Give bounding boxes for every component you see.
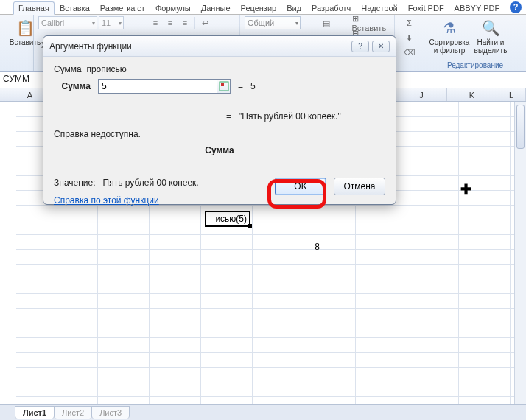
tab-foxit[interactable]: Foxit PDF [403, 1, 449, 15]
group-edit-label: Редактирование [429, 60, 522, 71]
col-J[interactable]: J [396, 88, 446, 101]
tab-home[interactable]: Главная [13, 1, 55, 15]
cell-cursor-icon: ✚ [460, 181, 471, 197]
tab-insert[interactable]: Вставка [55, 1, 95, 15]
dialog-titlebar[interactable]: Аргументы функции ? ✕ [43, 36, 396, 57]
help-icon[interactable]: ? [510, 1, 522, 13]
find-select-button[interactable]: 🔍 Найти и выделить [470, 16, 511, 57]
tab-dev[interactable]: Разработч [306, 1, 356, 15]
sheet-tab-1[interactable]: Лист1 [15, 406, 55, 419]
arg-input[interactable] [98, 79, 231, 94]
arg-evaluated: 5 [250, 81, 256, 91]
name-box[interactable]: СУММ [0, 72, 44, 88]
find-select-label: Найти и выделить [470, 38, 511, 55]
function-text-result: "Пять рублей 00 копеек." [239, 111, 341, 122]
active-cell[interactable]: исью(5) [205, 211, 250, 227]
sort-filter-label: Сортировка и фильтр [429, 38, 470, 55]
align-top[interactable]: ≡ [149, 16, 162, 29]
vertical-scrollbar[interactable] [514, 102, 526, 404]
tab-view[interactable]: Вид [281, 1, 306, 15]
function-help-link[interactable]: Справка по этой функции [54, 195, 159, 206]
equals-sign: = [238, 81, 243, 91]
tab-data[interactable]: Данные [196, 1, 236, 15]
binoculars-icon: 🔍 [480, 18, 501, 38]
dialog-title: Аргументы функции [49, 41, 132, 52]
align-bot[interactable]: ≡ [178, 16, 192, 29]
clear[interactable]: ⌫ [403, 46, 416, 59]
sheet-tab-bar: Лист1 Лист2 Лист3 [0, 404, 526, 420]
tab-addins[interactable]: Надстрой [356, 1, 402, 15]
ok-button[interactable]: OK [275, 178, 326, 195]
function-name: Сумма_прописью [54, 64, 385, 74]
fill-down[interactable]: ⬇ [403, 31, 416, 44]
font-size-combo[interactable]: 11 [99, 16, 124, 29]
insert-cells[interactable]: ⊞ Вставить [350, 16, 391, 29]
cancel-button[interactable]: Отмена [334, 178, 385, 195]
dialog-close-button[interactable]: ✕ [372, 41, 390, 52]
funnel-icon: ⚗ [439, 18, 460, 38]
tab-formulas[interactable]: Формулы [150, 1, 196, 15]
sort-filter-button[interactable]: ⚗ Сортировка и фильтр [429, 16, 470, 57]
col-K[interactable]: K [447, 88, 497, 101]
font-combo[interactable]: Calibri [38, 16, 97, 29]
dialog-help-button[interactable]: ? [351, 41, 369, 52]
cond-format[interactable]: ▤ [310, 16, 343, 29]
col-L[interactable]: L [497, 88, 526, 101]
tab-abbyy[interactable]: ABBYY PDF [449, 1, 505, 15]
col-A[interactable]: A [15, 88, 44, 101]
cell-value: 8 [290, 242, 320, 252]
wrap-text[interactable]: ↩ [198, 16, 211, 29]
value-label: Значение: [54, 178, 96, 188]
function-arguments-dialog: Аргументы функции ? ✕ Сумма_прописью Сум… [43, 35, 396, 205]
range-picker-icon[interactable] [217, 80, 230, 93]
arg-description-label: Сумма [54, 145, 385, 155]
help-unavailable: Справка недоступна. [54, 129, 385, 139]
equals-sign-2: = [226, 111, 231, 122]
align-mid[interactable]: ≡ [164, 16, 177, 29]
value-text: Пять рублей 00 копеек. [103, 178, 199, 188]
ribbon-tabs: Главная Вставка Разметка ст Формулы Данн… [0, 0, 526, 15]
select-all-corner[interactable] [0, 88, 15, 101]
arg-label: Сумма [54, 81, 91, 91]
tab-layout[interactable]: Разметка ст [95, 1, 150, 15]
scrollbar-thumb[interactable] [516, 105, 525, 149]
sheet-tab-2[interactable]: Лист2 [54, 406, 92, 419]
tab-review[interactable]: Рецензир [236, 1, 282, 15]
clipboard-icon: 📋 [15, 18, 35, 38]
svg-rect-1 [221, 83, 224, 86]
number-format-combo[interactable]: Общий [245, 16, 301, 29]
autosum[interactable]: Σ [403, 16, 416, 29]
sheet-tab-3[interactable]: Лист3 [91, 406, 130, 419]
